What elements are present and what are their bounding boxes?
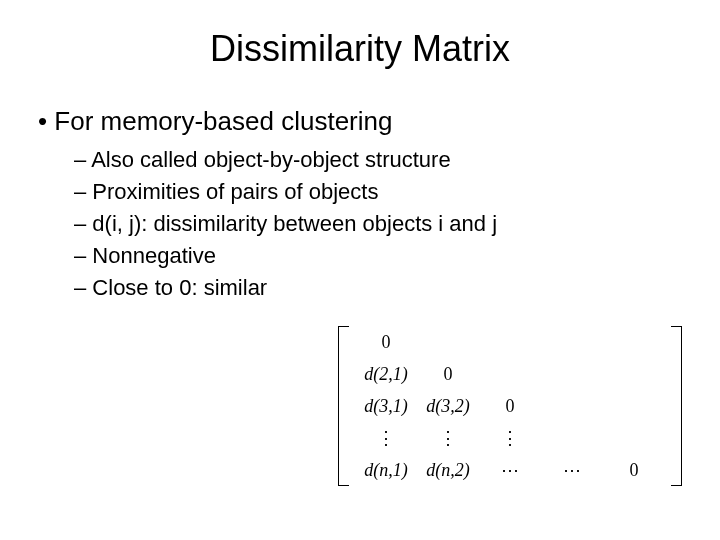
matrix-body: 0 d(2,1) 0 d(3,1) d(3,2) 0 ⋮ ⋮ ⋮ d(n (355, 326, 665, 486)
matrix-cell: ⋯ (479, 454, 541, 486)
matrix-cell: 0 (603, 454, 665, 486)
matrix-row: 0 (355, 326, 665, 358)
matrix-cell: d(n,2) (417, 454, 479, 486)
bullet-level2: Also called object-by-object structure (74, 147, 690, 173)
right-bracket-icon (671, 326, 682, 486)
matrix-cell: 0 (355, 326, 417, 358)
matrix-row: d(n,1) d(n,2) ⋯ ⋯ 0 (355, 454, 665, 486)
matrix-row: ⋮ ⋮ ⋮ (355, 422, 665, 454)
matrix-cell: d(3,1) (355, 390, 417, 422)
matrix-cell: ⋮ (479, 422, 541, 454)
bullet-level2: Proximities of pairs of objects (74, 179, 690, 205)
dissimilarity-matrix: 0 d(2,1) 0 d(3,1) d(3,2) 0 ⋮ ⋮ ⋮ d(n (338, 326, 682, 486)
matrix-cell: d(2,1) (355, 358, 417, 390)
slide-title: Dissimilarity Matrix (30, 28, 690, 70)
bullet-level2: Nonnegative (74, 243, 690, 269)
bullet-level2: Close to 0: similar (74, 275, 690, 301)
matrix-row: d(3,1) d(3,2) 0 (355, 390, 665, 422)
slide: Dissimilarity Matrix For memory-based cl… (0, 0, 720, 540)
left-bracket-icon (338, 326, 349, 486)
matrix-cell: ⋮ (355, 422, 417, 454)
bullet-level1: For memory-based clustering (38, 106, 690, 137)
bullet-level2: d(i, j): dissimilarity between objects i… (74, 211, 690, 237)
matrix-cell: d(3,2) (417, 390, 479, 422)
matrix-cell: 0 (417, 358, 479, 390)
matrix-cell: d(n,1) (355, 454, 417, 486)
matrix-cell: ⋮ (417, 422, 479, 454)
matrix-cell: 0 (479, 390, 541, 422)
matrix-cell: ⋯ (541, 454, 603, 486)
matrix-row: d(2,1) 0 (355, 358, 665, 390)
